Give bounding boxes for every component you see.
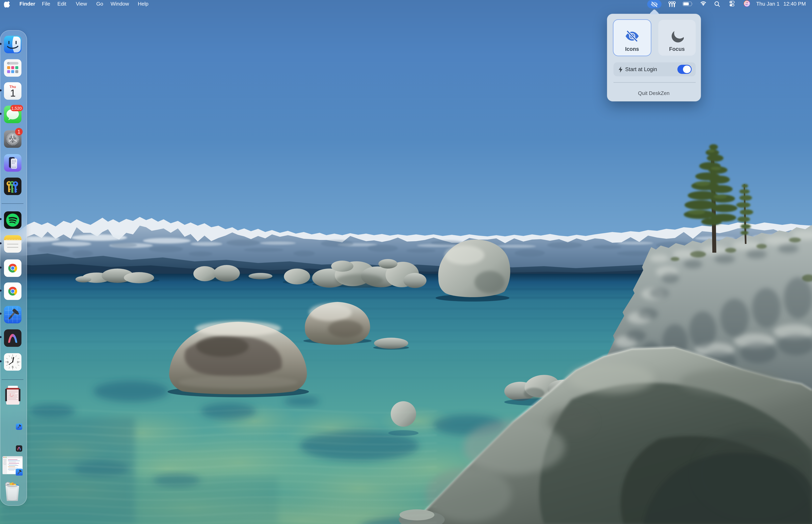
svg-text:1: 1 <box>10 87 15 99</box>
svg-text:3: 3 <box>17 360 18 364</box>
svg-text:6: 6 <box>12 365 13 369</box>
svg-text:9: 9 <box>7 360 9 364</box>
